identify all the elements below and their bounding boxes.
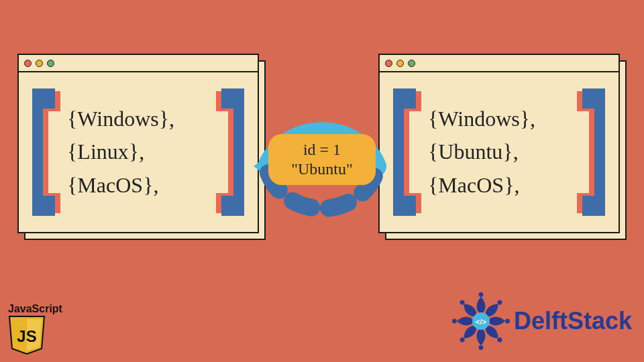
array-item: {Linux}, — [67, 135, 209, 169]
close-bracket-icon — [577, 88, 608, 216]
titlebar — [19, 55, 258, 72]
open-bracket-icon — [30, 88, 60, 216]
window-front: {Windows}, {Ubuntu}, {MacOS}, — [378, 54, 620, 233]
svg-point-3 — [478, 292, 483, 297]
javascript-shield-icon: JS — [8, 315, 46, 355]
svg-point-5 — [505, 319, 510, 324]
window-body: {Windows}, {Linux}, {MacOS}, — [19, 72, 258, 232]
brand-name: DelftStack — [514, 307, 632, 335]
traffic-light-zoom-icon — [47, 60, 54, 67]
svg-text:</>: </> — [476, 318, 487, 326]
javascript-badge: JavaScript JS — [8, 303, 62, 355]
traffic-light-close-icon — [24, 60, 32, 67]
window-front: {Windows}, {Linux}, {MacOS}, — [17, 54, 259, 233]
swap-label-line1: id = 1 — [303, 140, 341, 160]
close-bracket-icon — [216, 88, 247, 216]
mandala-icon: </> — [452, 292, 510, 350]
array-list: {Windows}, {Linux}, {MacOS}, — [60, 103, 216, 202]
window-body: {Windows}, {Ubuntu}, {MacOS}, — [380, 72, 619, 232]
svg-point-7 — [478, 345, 483, 350]
array-item: {MacOS}, — [67, 169, 209, 202]
traffic-light-zoom-icon — [408, 60, 415, 67]
traffic-light-minimize-icon — [36, 60, 43, 67]
left-window-stack: {Windows}, {Linux}, {MacOS}, — [17, 54, 266, 241]
titlebar — [380, 55, 619, 72]
traffic-light-close-icon — [385, 60, 392, 67]
svg-text:JS: JS — [17, 327, 36, 345]
swap-label-line2: "Ubuntu" — [291, 160, 353, 179]
traffic-light-minimize-icon — [396, 60, 404, 67]
javascript-label: JavaScript — [8, 303, 62, 315]
array-item: {Ubuntu}, — [428, 135, 570, 169]
array-item: {Windows}, — [67, 103, 209, 136]
array-item: {MacOS}, — [428, 169, 570, 202]
swap-label-pill: id = 1 "Ubuntu" — [268, 134, 376, 185]
right-window-stack: {Windows}, {Ubuntu}, {MacOS}, — [378, 54, 627, 241]
array-list: {Windows}, {Ubuntu}, {MacOS}, — [421, 103, 577, 202]
delftstack-logo: </> DelftStack — [452, 292, 632, 350]
array-item: {Windows}, — [428, 103, 570, 136]
svg-point-9 — [452, 319, 457, 324]
